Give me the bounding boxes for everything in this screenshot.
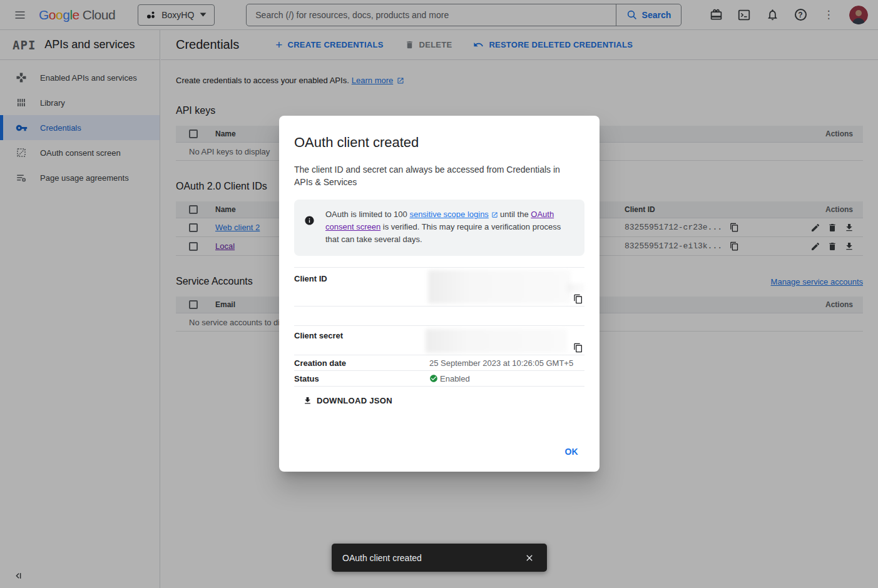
client-id-redacted-value [428,270,571,303]
creation-date-value: 25 September 2023 at 10:26:05 GMT+5 [429,358,573,368]
client-secret-redacted-value [426,329,567,353]
ok-button[interactable]: OK [559,443,583,460]
toast-message: OAuth client created [342,553,422,563]
dialog-notice: OAuth is limited to 100 sensitive scope … [294,200,584,256]
close-icon[interactable] [521,549,538,567]
download-json-label: DOWNLOAD JSON [317,396,392,405]
download-json-button[interactable]: DOWNLOAD JSON [303,396,392,405]
notice-part1: OAuth is limited to 100 [325,210,409,219]
info-icon [304,215,315,246]
notice-part2: until the [498,210,531,219]
client-secret-label: Client secret [294,331,343,340]
copy-icon[interactable] [573,343,583,353]
status-row: Status Enabled [294,371,584,387]
external-link-icon [491,211,498,218]
check-circle-icon [429,374,438,383]
dialog-fields: Client ID Client secret Creation date 25… [294,267,584,387]
client-id-label: Client ID [294,274,327,283]
notice-text: OAuth is limited to 100 sensitive scope … [325,208,574,246]
sensitive-scope-logins-link[interactable]: sensitive scope logins [409,210,488,219]
creation-date-label: Creation date [294,358,429,368]
client-id-row: Client ID [294,267,584,307]
client-secret-row: Client secret [294,325,584,355]
copy-icon[interactable] [573,294,583,304]
status-label: Status [294,374,429,383]
toast: OAuth client created [332,544,547,572]
row-spacer [294,307,584,325]
creation-date-row: Creation date 25 September 2023 at 10:26… [294,355,584,371]
dialog-title: OAuth client created [294,134,584,151]
dialog-description: The client ID and secret can always be a… [294,163,569,188]
download-icon [303,396,312,405]
status-value: Enabled [440,374,470,383]
client-id-redacted-value [568,283,584,292]
oauth-client-created-dialog: OAuth client created The client ID and s… [279,116,600,472]
